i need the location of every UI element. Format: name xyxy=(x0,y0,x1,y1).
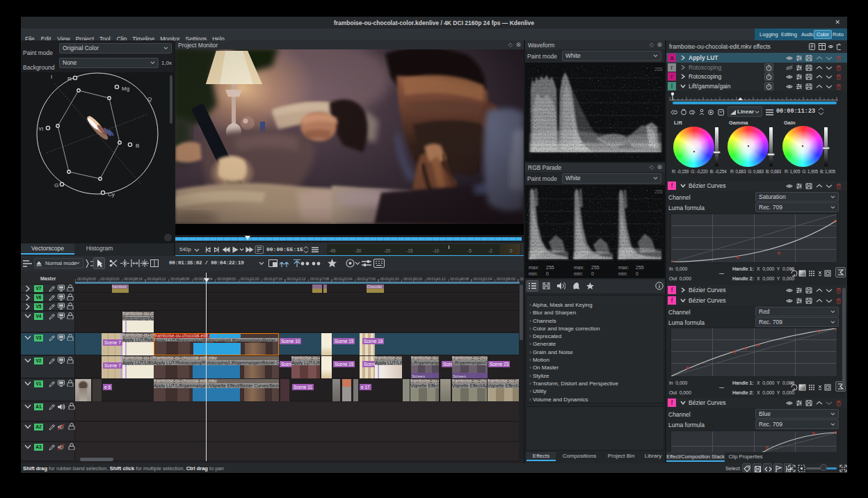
svg-text:I: I xyxy=(51,74,52,80)
svg-text:B: B xyxy=(136,143,139,149)
svg-text:Mg: Mg xyxy=(122,86,129,92)
svg-text:Yl: Yl xyxy=(38,126,43,132)
svg-text:R: R xyxy=(67,76,72,82)
svg-text:Q: Q xyxy=(147,96,152,102)
svg-text:Cy: Cy xyxy=(108,191,115,198)
svg-text:G: G xyxy=(54,182,58,188)
